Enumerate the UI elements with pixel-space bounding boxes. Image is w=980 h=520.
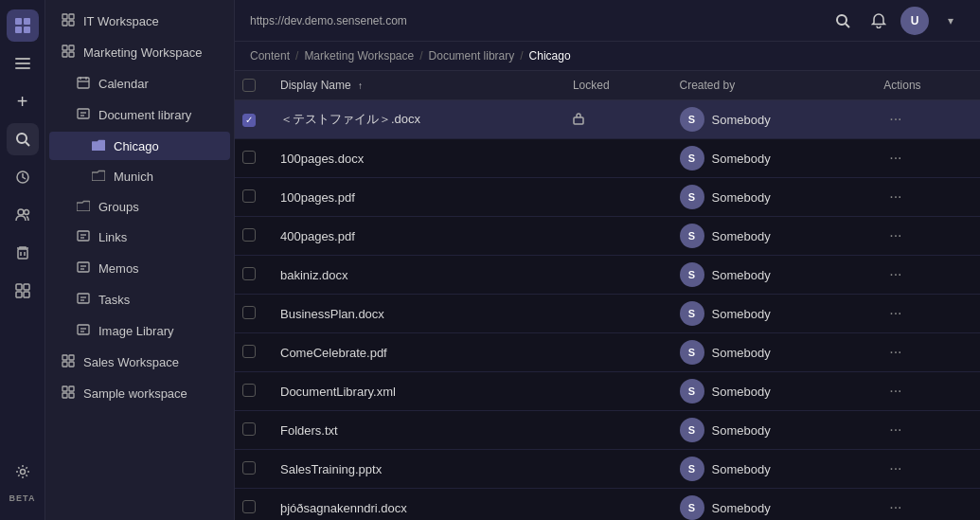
sidebar-item-memos[interactable]: Memos — [49, 254, 230, 283]
notifications-button[interactable] — [864, 7, 893, 35]
row-checkbox[interactable] — [242, 306, 256, 319]
row-checkbox[interactable] — [242, 384, 256, 397]
groups-button[interactable] — [7, 275, 39, 307]
sidebar-item-tasks[interactable]: Tasks — [49, 285, 230, 314]
row-actions-cell: ··· — [872, 139, 980, 178]
header-display-name[interactable]: Display Name ↑ — [269, 71, 561, 100]
row-more-actions-button[interactable]: ··· — [883, 225, 907, 245]
add-button[interactable]: + — [7, 85, 39, 117]
row-checkbox[interactable] — [242, 422, 256, 436]
row-name-cell: þjóðsagnakenndri.docx — [269, 489, 561, 521]
svg-rect-52 — [69, 386, 74, 391]
row-more-actions-button[interactable]: ··· — [883, 303, 907, 323]
table-row[interactable]: BusinessPlan.docxSSomebody··· — [235, 295, 980, 333]
row-more-actions-button[interactable]: ··· — [883, 342, 907, 362]
table-row[interactable]: ＜テストファイル＞.docx SSomebody··· — [235, 100, 980, 139]
topbar-actions: U ▾ — [829, 7, 965, 35]
row-more-actions-button[interactable]: ··· — [883, 381, 907, 401]
table-row[interactable]: bakiniz.docxSSomebody··· — [235, 256, 980, 295]
sidebar-item-sales-workspace[interactable]: Sales Workspace — [49, 348, 230, 377]
table-row[interactable]: þjóðsagnakenndri.docxSSomebody··· — [235, 489, 980, 521]
row-checkbox[interactable] — [242, 461, 256, 475]
row-actions-cell: ··· — [872, 411, 980, 450]
row-checkbox[interactable] — [242, 114, 256, 127]
svg-rect-6 — [15, 67, 30, 69]
svg-rect-0 — [15, 18, 22, 25]
row-more-actions-button[interactable]: ··· — [883, 148, 907, 168]
user-avatar-small: S — [680, 340, 704, 365]
search-button[interactable] — [7, 123, 39, 155]
sidebar-item-munich[interactable]: Munich — [49, 162, 230, 190]
sidebar-label-image-library: Image Library — [98, 324, 173, 338]
row-actions-cell: ··· — [872, 333, 980, 372]
trash-button[interactable] — [7, 237, 39, 269]
svg-rect-4 — [15, 58, 30, 60]
workspace-icon — [61, 45, 76, 61]
table-row[interactable]: DocumentLibrary.xmlSSomebody··· — [235, 372, 980, 411]
row-locked-cell — [561, 489, 668, 521]
row-more-actions-button[interactable]: ··· — [883, 187, 907, 206]
people-button[interactable] — [7, 199, 39, 231]
sidebar-item-sample-workspace[interactable]: Sample workspace — [49, 379, 230, 408]
row-checkbox-cell — [235, 295, 269, 333]
row-locked-cell — [561, 333, 668, 372]
file-table: Display Name ↑ Locked Created by Actions… — [235, 71, 980, 520]
created-by-name: Somebody — [712, 113, 771, 127]
sidebar-item-document-library[interactable]: Document library — [49, 100, 230, 130]
row-actions-cell: ··· — [872, 100, 980, 139]
row-more-actions-button[interactable]: ··· — [883, 264, 907, 284]
row-checkbox[interactable] — [242, 189, 256, 203]
user-menu-chevron[interactable]: ▾ — [936, 7, 965, 35]
settings-button[interactable] — [7, 456, 39, 488]
icon-bar: + — [0, 0, 45, 520]
svg-line-8 — [26, 142, 29, 146]
row-checkbox[interactable] — [242, 228, 256, 242]
created-by-name: Somebody — [712, 385, 771, 399]
menu-toggle-button[interactable] — [7, 47, 39, 80]
row-name-cell: BusinessPlan.docx — [269, 295, 561, 333]
icon-bar-nav: + — [7, 47, 39, 450]
row-more-actions-button[interactable]: ··· — [883, 109, 907, 129]
row-name-cell: DocumentLibrary.xml — [269, 372, 561, 411]
sidebar-label-memos: Memos — [98, 261, 139, 276]
breadcrumb-document-library[interactable]: Document library — [429, 49, 515, 63]
row-checkbox[interactable] — [242, 345, 256, 358]
sidebar-item-marketing-workspace[interactable]: Marketing Workspace — [49, 38, 230, 67]
sidebar-item-it-workspace[interactable]: IT Workspace — [49, 7, 230, 36]
svg-rect-32 — [78, 109, 89, 118]
row-more-actions-button[interactable]: ··· — [883, 420, 907, 439]
row-more-actions-button[interactable]: ··· — [883, 458, 907, 478]
breadcrumb-content[interactable]: Content — [250, 49, 290, 63]
row-more-actions-button[interactable]: ··· — [883, 497, 907, 517]
row-checkbox[interactable] — [242, 151, 256, 164]
user-avatar-small: S — [680, 107, 704, 132]
table-row[interactable]: Folders.txtSSomebody··· — [235, 411, 980, 450]
svg-rect-54 — [69, 393, 74, 398]
table-row[interactable]: 100pages.pdfSSomebody··· — [235, 178, 980, 217]
created-by-name: Somebody — [712, 501, 771, 515]
user-avatar[interactable]: U — [900, 7, 929, 35]
calendar-icon — [76, 76, 91, 92]
table-row[interactable]: 400pages.pdfSSomebody··· — [235, 217, 980, 256]
search-topbar-button[interactable] — [829, 7, 857, 35]
app-logo[interactable] — [7, 9, 39, 42]
sidebar-item-links[interactable]: Links — [49, 223, 230, 252]
recent-button[interactable] — [7, 161, 39, 193]
sidebar-item-groups[interactable]: Groups — [49, 192, 230, 221]
row-checkbox[interactable] — [242, 500, 256, 513]
table-row[interactable]: SalesTraining.pptxSSomebody··· — [235, 450, 980, 489]
row-created-by-cell: SSomebody — [668, 217, 873, 256]
folder-icon — [91, 138, 106, 153]
select-all-checkbox[interactable] — [242, 79, 256, 92]
row-name-cell: 100pages.docx — [269, 139, 561, 178]
svg-rect-18 — [24, 292, 29, 297]
table-row[interactable]: 100pages.docxSSomebody··· — [235, 139, 980, 178]
breadcrumb-marketing[interactable]: Marketing Workspace — [304, 49, 414, 63]
sidebar-item-calendar[interactable]: Calendar — [49, 69, 230, 99]
svg-rect-44 — [78, 325, 89, 334]
sidebar-item-chicago[interactable]: Chicago — [49, 132, 230, 160]
table-row[interactable]: ComeCelebrate.pdfSSomebody··· — [235, 333, 980, 372]
sidebar-item-image-library[interactable]: Image Library — [49, 316, 230, 346]
row-checkbox[interactable] — [242, 267, 256, 280]
workspace-icon — [61, 354, 76, 370]
